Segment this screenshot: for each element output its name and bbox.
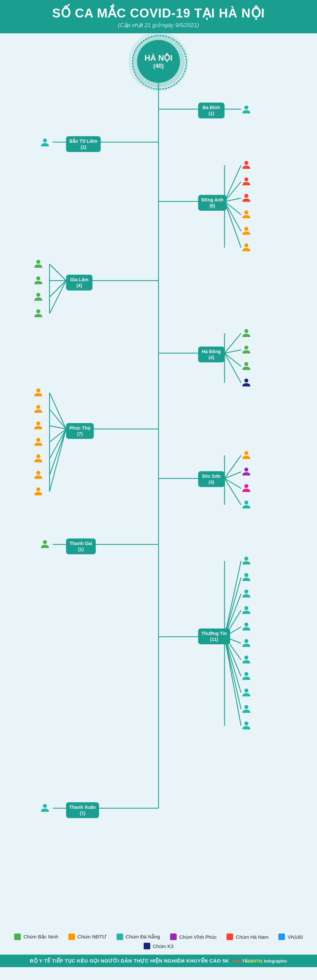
person-bac-tu-liem-1 [40,137,50,149]
svg-point-81 [244,468,248,471]
person-dong-anh-6 [241,242,251,254]
person-ha-dong-4 [241,377,251,389]
legend-color-vinh-phuc [170,934,177,940]
legend-color-bac-ninh [14,934,21,940]
person-ha-dong-2 [241,344,251,356]
legend-item-ndtu: Chùm NĐTƯ [68,934,107,940]
svg-line-23 [224,353,241,383]
svg-point-69 [244,329,248,333]
footer: BỘ Y TẾ TIẾP TỤC KÊU GỌI NGƯỜI DÂN THỰC … [0,955,317,967]
person-phuc-tho-2 [33,404,43,415]
person-soc-son-3 [241,483,251,495]
person-dong-anh-1 [241,160,251,172]
svg-line-29 [50,429,66,442]
person-gia-lam-4 [33,308,43,320]
svg-point-94 [244,705,248,709]
svg-point-63 [244,227,248,231]
footer-text: BỘ Y TẾ TIẾP TỤC KÊU GỌI NGƯỜI DÂN THỰC … [30,958,229,964]
person-gia-lam-1 [33,259,43,270]
svg-line-52 [224,637,241,709]
svg-line-10 [224,202,241,231]
svg-point-90 [244,639,248,643]
svg-line-20 [224,333,241,353]
district-phuc-tho: Phúc Thọ (7) [66,423,94,439]
svg-point-76 [36,438,40,442]
svg-line-11 [224,202,241,248]
district-gia-lam: Gia Lâm (4) [66,275,93,291]
hanoi-node: HÀ NỘI (40) [0,40,317,83]
svg-line-8 [224,198,241,202]
svg-point-68 [36,309,40,313]
svg-line-51 [224,637,241,693]
svg-point-78 [36,471,40,475]
district-bac-tu-liem: Bắc Từ Liêm (1) [66,136,101,152]
svg-point-89 [244,622,248,627]
person-phuc-tho-4 [33,437,43,449]
svg-point-85 [244,557,248,560]
person-thuong-tin-5 [241,621,251,633]
legend-item-k3: Chùm K3 [144,943,174,949]
tree-lines [0,83,317,924]
svg-point-75 [36,422,40,425]
person-thuong-tin-3 [241,588,251,600]
person-dong-anh-3 [241,192,251,204]
legend-color-k3 [144,943,150,949]
district-ba-dinh: Ba Đình (1) [198,103,224,118]
svg-point-92 [244,672,248,676]
svg-point-70 [244,345,248,350]
svg-line-26 [50,393,66,429]
person-soc-son-4 [241,499,251,511]
person-gia-lam-2 [33,275,43,287]
district-dong-anh: Đông Anh (6) [198,195,227,211]
person-dong-anh-4 [241,209,251,221]
hanoi-circle: HÀ NỘI (40) [137,40,180,83]
person-thuong-tin-8 [241,671,251,682]
svg-point-61 [244,194,248,198]
svg-point-72 [244,379,248,382]
svg-line-53 [224,637,241,726]
legend-label-ha-nam: Chùm Hà Nam [236,934,269,940]
svg-point-93 [244,689,248,692]
district-thuong-tin: Thường Tín (11) [198,628,230,644]
person-thuong-tin-6 [241,638,251,650]
legend-item-da-nang: Chùm Đà Nẵng [117,934,160,940]
district-soc-son: Sóc Sơn (4) [198,471,224,487]
svg-line-38 [224,479,241,505]
svg-line-16 [50,281,66,297]
svg-line-6 [224,165,241,202]
legend: Chùm Bắc Ninh Chùm NĐTƯ Chùm Đà Nẵng Chù… [0,927,317,955]
legend-color-ha-nam [227,934,233,940]
svg-line-9 [224,202,241,215]
svg-point-58 [43,138,47,142]
person-gia-lam-3 [33,291,43,303]
district-ha-dong: Hà Đông (4) [198,347,224,363]
svg-point-73 [36,388,40,392]
person-phuc-tho-5 [33,453,43,465]
person-phuc-tho-6 [33,469,43,481]
svg-point-80 [244,451,248,455]
tree-container: Ba Đình (1) Bắc Từ Liêm (1) Đông Anh (6) [0,83,317,924]
svg-line-36 [224,472,241,479]
svg-point-84 [43,540,47,544]
legend-item-vinh-phuc: Chùm Vĩnh Phúc [170,934,217,940]
svg-line-30 [50,429,66,459]
person-ha-dong-1 [241,328,251,340]
person-thuong-tin-10 [241,704,251,716]
person-thanh-oai-1 [40,539,50,550]
footer-logo: KinhTế&ĐôThị Infographic [232,959,287,964]
svg-point-83 [244,501,248,504]
svg-point-82 [244,484,248,488]
person-thanh-xuan-1 [40,803,50,815]
svg-point-62 [244,210,248,214]
legend-label-bac-ninh: Chùm Bắc Ninh [24,934,58,940]
svg-line-28 [50,426,66,429]
person-thuong-tin-9 [241,687,251,699]
svg-line-44 [224,578,241,637]
svg-line-14 [50,264,66,281]
person-dong-anh-5 [241,226,251,237]
svg-point-86 [244,573,248,577]
legend-label-ndtu: Chùm NĐTƯ [78,934,107,940]
svg-line-43 [224,561,241,637]
person-ba-dinh-1 [241,104,251,116]
legend-color-vn160 [279,934,285,940]
